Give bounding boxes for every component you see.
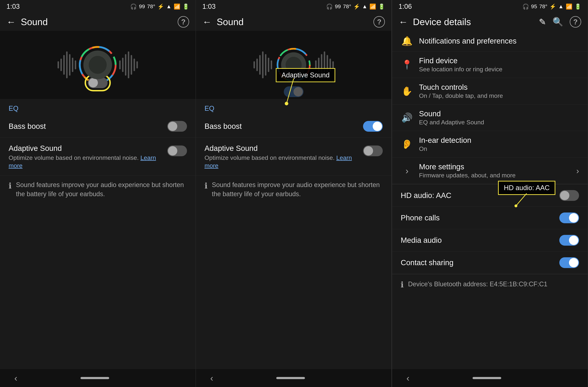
wave-bar <box>136 61 138 68</box>
headphones-icon-1: 🎧 <box>130 3 137 10</box>
status-icons-3: 🎧 95 78° ⚡ ▲ 📶 🔋 <box>522 3 581 10</box>
top-bar-1: ← Sound ? <box>0 13 196 31</box>
back-button-1[interactable]: ← <box>6 17 16 27</box>
signal-icon-3: 📶 <box>566 3 572 10</box>
hd-audio-section: HD audio: AAC HD audio: AAC <box>392 184 588 207</box>
wave-bar <box>119 60 121 69</box>
wifi-icon-3: ▲ <box>558 3 564 9</box>
nav-items-list: 🔔 Notifications and preferences 📍 Find d… <box>392 31 588 184</box>
wave-bar <box>253 61 255 68</box>
nav-back-button-3[interactable]: ‹ <box>406 373 409 383</box>
touch-controls-title: Touch controls <box>419 83 579 92</box>
learn-more-link-2[interactable]: Learn more <box>205 154 352 169</box>
nav-back-button-2[interactable]: ‹ <box>210 373 213 383</box>
search-icon[interactable]: 🔍 <box>552 17 563 27</box>
battery-icon-3: 🔋 <box>575 3 581 10</box>
more-settings-subtitle: Firmware updates, about, and more <box>419 172 570 179</box>
nav-item-sound[interactable]: 🔊 Sound EQ and Adaptive Sound <box>392 104 588 131</box>
nav-item-more-settings[interactable]: › More settings Firmware updates, about,… <box>392 158 588 184</box>
adaptive-sound-subtitle-1: Optimize volume based on environmental n… <box>9 154 167 169</box>
contact-sharing-knob <box>569 258 578 267</box>
page-title-3: Device details <box>413 17 534 27</box>
help-button-2[interactable]: ? <box>373 16 385 28</box>
nav-bar-2: ‹ <box>196 369 392 387</box>
back-button-3[interactable]: ← <box>399 17 408 27</box>
nav-item-notifications[interactable]: 🔔 Notifications and preferences <box>392 31 588 51</box>
sound-waves-left-2 <box>253 51 272 78</box>
bluetooth-icon-1: ⚡ <box>157 3 164 10</box>
battery-icon-2: 🔋 <box>378 3 385 10</box>
in-ear-title: In-ear detection <box>419 136 579 144</box>
bass-boost-toggle-1[interactable] <box>167 121 187 132</box>
status-bar-1: 1:03 🎧 99 78° ⚡ ▲ 📶 🔋 <box>0 0 196 13</box>
nav-item-in-ear[interactable]: 👂 In-ear detection On <box>392 131 588 158</box>
wave-bar <box>332 61 334 68</box>
learn-more-link-1[interactable]: Learn more <box>9 154 156 169</box>
bass-boost-title-1: Bass boost <box>9 122 167 131</box>
adaptive-sound-title-2: Adaptive Sound <box>205 144 363 153</box>
wave-bar <box>128 51 129 78</box>
bass-boost-toggle-2[interactable] <box>363 121 383 132</box>
annotation-text-hd: HD audio: AAC <box>504 184 550 192</box>
nav-bar-3: ‹ <box>392 369 588 387</box>
info-text-1: Sound features improve your audio experi… <box>16 181 187 199</box>
sound-icon: 🔊 <box>401 113 413 123</box>
svg-line-8 <box>287 79 294 103</box>
nav-back-button-1[interactable]: ‹ <box>14 373 17 383</box>
adaptive-sound-toggle-1[interactable] <box>167 145 187 156</box>
nav-item-find-device[interactable]: 📍 Find device See location info or ring … <box>392 51 588 78</box>
edit-icon[interactable]: ✎ <box>539 17 546 27</box>
panel-1: 1:03 🎧 99 78° ⚡ ▲ 📶 🔋 ← Sound ? <box>0 0 196 387</box>
wave-bar <box>69 54 70 76</box>
phone-calls-row: Phone calls <box>392 207 588 229</box>
earbud-body <box>83 51 112 79</box>
wave-bar <box>268 58 269 72</box>
status-bar-3: 1:06 🎧 95 78° ⚡ ▲ 📶 🔋 <box>392 0 588 13</box>
top-bar-2: ← Sound ? <box>196 13 392 31</box>
annotation-arrow-adaptive <box>283 79 304 107</box>
bass-boost-row-2: Bass boost <box>196 115 392 138</box>
eq-section-header-1: EQ <box>0 99 196 115</box>
temperature-1: 78° <box>147 3 155 9</box>
contact-sharing-toggle[interactable] <box>559 257 579 268</box>
wave-bar <box>122 58 124 72</box>
sound-waves-left-1 <box>58 51 76 78</box>
adaptive-sound-toggle-2[interactable] <box>363 145 383 156</box>
back-button-2[interactable]: ← <box>202 17 212 27</box>
hd-audio-toggle[interactable] <box>559 190 579 201</box>
bass-boost-title-2: Bass boost <box>205 122 363 131</box>
media-audio-toggle[interactable] <box>559 235 579 246</box>
svg-line-10 <box>516 193 527 206</box>
battery-level-1: 99 <box>139 3 145 9</box>
nav-pill-2 <box>276 377 305 379</box>
contact-sharing-row: Contact sharing <box>392 252 588 274</box>
bluetooth-address-text: Device's Bluetooth address: E4:5E:1B:C9:… <box>408 280 547 289</box>
bass-boost-content-1: Bass boost <box>9 122 167 131</box>
phone-calls-toggle[interactable] <box>559 212 579 223</box>
nav-pill-3 <box>473 377 501 379</box>
sound-waves-right-1 <box>119 51 138 78</box>
battery-icon-1: 🔋 <box>183 3 189 10</box>
wave-bar <box>259 55 261 75</box>
phone-calls-knob <box>569 213 578 223</box>
bass-boost-row-1: Bass boost <box>0 115 196 138</box>
bluetooth-icon-3: ⚡ <box>549 3 556 10</box>
wave-bar <box>131 55 132 75</box>
touch-controls-content: Touch controls On / Tap, double tap, and… <box>419 83 579 99</box>
wave-bar <box>125 54 126 76</box>
info-text-2: Sound features improve your audio experi… <box>212 181 383 199</box>
adaptive-sound-knob-2 <box>364 146 373 156</box>
in-ear-subtitle: On <box>419 145 579 152</box>
help-button-3[interactable]: ? <box>570 16 581 28</box>
toggle-knob <box>88 78 98 87</box>
nav-item-touch-controls[interactable]: ✋ Touch controls On / Tap, double tap, a… <box>392 78 588 104</box>
bass-boost-knob-2 <box>373 122 382 131</box>
panel-2: 1:03 🎧 99 78° ⚡ ▲ 📶 🔋 ← Sound ? <box>196 0 392 387</box>
earbud-inner <box>89 56 107 74</box>
help-button-1[interactable]: ? <box>178 16 189 28</box>
media-audio-content: Media audio <box>401 236 559 244</box>
find-device-title: Find device <box>419 57 579 65</box>
signal-icon-2: 📶 <box>369 3 376 10</box>
temperature-2: 78° <box>343 3 351 9</box>
in-ear-content: In-ear detection On <box>419 136 579 152</box>
